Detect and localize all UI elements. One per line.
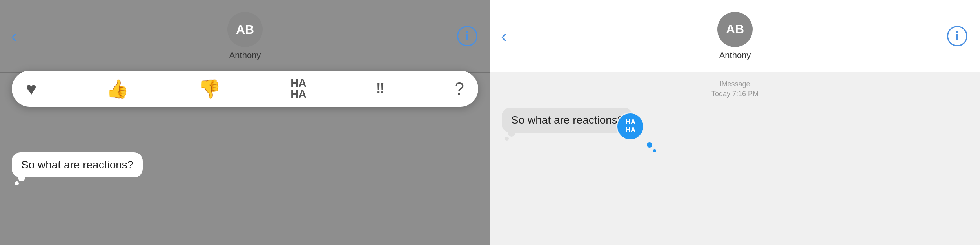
message-area-right: iMessage Today 7:16 PM So what are react…	[490, 72, 980, 245]
reaction-thumbsdown[interactable]: 👎	[198, 78, 221, 99]
contact-name-right: Anthony	[719, 50, 751, 60]
right-header: ‹ AB Anthony i	[490, 0, 980, 72]
left-panel: ‹ AB Anthony i ♥ 👍 👎 HA HA ‼ ? So what a…	[0, 0, 490, 245]
message-text-right: So what are reactions?	[511, 114, 623, 126]
bubble-tail-1	[18, 174, 25, 181]
bubble-tail-right-1	[508, 130, 515, 137]
avatar-left[interactable]: AB	[227, 12, 263, 47]
reaction-heart[interactable]: ♥	[26, 78, 36, 99]
reaction-thumbsup[interactable]: 👍	[106, 78, 129, 99]
info-button-right[interactable]: i	[947, 26, 967, 46]
message-bubble-right[interactable]: So what are reactions? HA HA	[502, 108, 633, 133]
message-row-right: So what are reactions? HA HA	[502, 108, 968, 133]
contact-info-left: AB Anthony	[227, 12, 263, 60]
reaction-haha[interactable]: HA HA	[290, 78, 306, 100]
contact-info-right: AB Anthony	[717, 12, 753, 60]
avatar-right[interactable]: AB	[717, 12, 753, 47]
bubble-tail-right-2	[505, 137, 509, 141]
message-text-left: So what are reactions?	[21, 159, 133, 171]
left-header: ‹ AB Anthony i	[0, 0, 490, 72]
back-button-right[interactable]: ‹	[501, 27, 507, 45]
reaction-badge-tail-2	[653, 149, 656, 152]
reaction-question[interactable]: ?	[455, 79, 464, 99]
imessage-label: iMessage	[720, 80, 750, 88]
reaction-popup: ♥ 👍 👎 HA HA ‼ ?	[12, 71, 478, 107]
right-panel: ‹ AB Anthony i iMessage Today 7:16 PM So…	[490, 0, 980, 245]
reaction-badge-tail-1	[647, 142, 652, 148]
haha-reaction-badge[interactable]: HA HA	[616, 112, 644, 141]
time-label: Today 7:16 PM	[711, 90, 759, 98]
back-button-left[interactable]: ‹	[11, 27, 17, 45]
bubble-tail-2	[15, 181, 19, 185]
contact-name-left: Anthony	[229, 50, 261, 60]
reaction-exclaim[interactable]: ‼	[376, 80, 385, 97]
info-button-left[interactable]: i	[457, 26, 477, 46]
message-bubble-left[interactable]: So what are reactions?	[12, 152, 143, 177]
